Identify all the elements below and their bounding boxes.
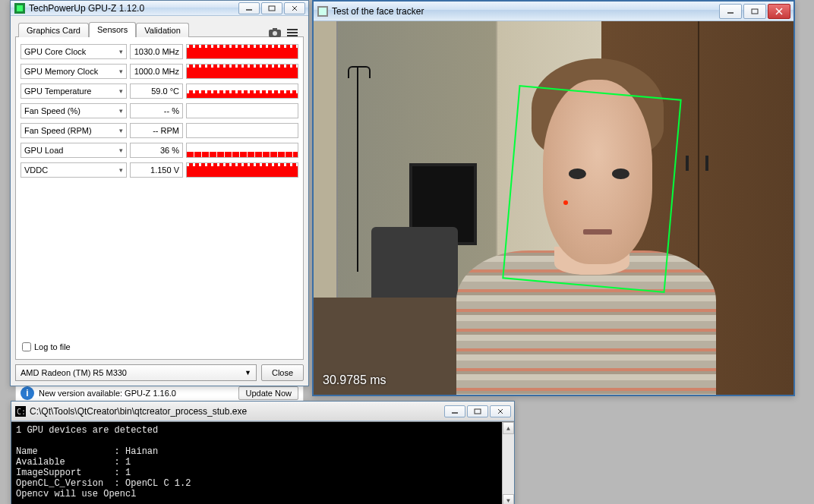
sensor-row: GPU Temperature▾59.0 °C [21,81,298,101]
chevron-down-icon: ▾ [119,68,123,75]
maximize-button[interactable] [261,2,282,14]
sensor-graph [186,123,298,138]
chevron-down-icon: ▾ [119,166,123,174]
sensor-graph [186,162,298,178]
update-now-button[interactable]: Update Now [238,386,298,400]
gpuz-app-icon [14,2,26,14]
scroll-up-icon[interactable]: ▲ [503,422,514,434]
facetracker-app-icon [317,5,329,17]
sensor-label-dropdown[interactable]: GPU Memory Clock▾ [21,64,127,79]
close-button[interactable] [490,405,511,417]
console-title: C:\Qt\Tools\QtCreator\bin\qtcreator_proc… [30,406,444,417]
chevron-down-icon: ▼ [245,369,251,376]
gpuz-titlebar[interactable]: TechPowerUp GPU-Z 1.12.0 [11,1,308,16]
chevron-down-icon: ▾ [119,146,123,154]
sensor-graph [186,64,298,79]
sensor-label-text: Fan Speed (RPM) [24,126,92,135]
sensor-label-dropdown[interactable]: Fan Speed (RPM)▾ [21,123,127,138]
console-window: C: C:\Qt\Tools\QtCreator\bin\qtcreator_p… [11,401,515,504]
gpuz-close-button[interactable]: Close [261,364,304,381]
sensor-label-text: GPU Memory Clock [24,67,98,76]
facetracker-titlebar[interactable]: Test of the face tracker [314,2,793,21]
sensor-value: -- RPM [130,123,183,138]
sensor-graph [186,143,298,158]
sensor-value: 1.150 V [130,162,183,178]
tab-sensors[interactable]: Sensors [89,22,136,37]
sensor-label-text: VDDC [24,165,48,175]
hamburger-menu-icon[interactable] [287,28,298,37]
svg-rect-13 [319,8,327,15]
gpuz-tabs: Graphics Card Sensors Validation [15,20,304,37]
log-to-file-row: Log to file [21,339,298,354]
sensor-label-text: Fan Speed (%) [24,106,80,115]
svg-rect-7 [273,28,277,30]
close-button[interactable] [284,2,305,14]
sensor-row: Fan Speed (%)▾-- % [21,101,298,121]
maximize-button[interactable] [467,405,488,417]
sensor-value: 59.0 °C [130,83,183,99]
facetracker-title: Test of the face tracker [332,6,719,17]
tab-validation[interactable]: Validation [136,23,189,37]
chevron-down-icon: ▾ [119,87,123,95]
console-app-icon: C: [14,405,27,417]
close-button[interactable] [768,4,790,19]
log-to-file-label: Log to file [34,342,71,351]
face-center-dot [563,200,568,205]
sensor-label-text: GPU Core Clock [24,47,86,56]
console-output: 1 GPU devices are detected Name : Hainan… [11,421,514,504]
sensor-label-text: GPU Load [24,146,63,155]
sensor-label-dropdown[interactable]: GPU Load▾ [21,143,127,158]
sensor-label-dropdown[interactable]: GPU Temperature▾ [21,83,127,99]
svg-rect-21 [475,409,481,414]
facetracker-window: Test of the face tracker [312,0,795,396]
update-banner: i New version available: GPU-Z 1.16.0 Up… [15,384,304,402]
gpu-select-value: AMD Radeon (TM) R5 M330 [21,368,127,377]
sensor-row: GPU Memory Clock▾1000.0 MHz [21,61,298,81]
sensor-row: Fan Speed (RPM)▾-- RPM [21,121,298,140]
gpu-select-dropdown[interactable]: AMD Radeon (TM) R5 M330 ▼ [15,364,257,381]
sensor-value: 1000.0 MHz [130,64,183,79]
camera-view: 30.9785 ms [314,21,793,395]
sensor-graph [186,83,298,99]
timing-overlay: 30.9785 ms [323,373,386,387]
scroll-down-icon[interactable]: ▼ [503,494,514,504]
sensor-graph [186,103,298,118]
svg-rect-15 [752,9,758,14]
gpuz-body: Graphics Card Sensors Validation GPU Cor… [11,16,308,386]
svg-rect-1 [17,5,23,11]
scrollbar[interactable]: ▲▼ [502,422,514,504]
sensor-label-text: GPU Temperature [24,87,91,96]
sensor-value: 1030.0 MHz [130,44,183,59]
svg-rect-3 [269,6,275,11]
update-text: New version available: GPU-Z 1.16.0 [39,389,176,398]
console-text: 1 GPU devices are detected Name : Hainan… [16,425,191,499]
sensor-row: GPU Load▾36 % [21,140,298,160]
console-titlebar[interactable]: C: C:\Qt\Tools\QtCreator\bin\qtcreator_p… [11,402,514,421]
face-bounding-box [502,86,681,294]
maximize-button[interactable] [743,4,766,19]
minimize-button[interactable] [719,4,742,19]
sensor-value: 36 % [130,143,183,158]
sensor-row: GPU Core Clock▾1030.0 MHz [21,42,298,61]
gpuz-title: TechPowerUp GPU-Z 1.12.0 [29,3,238,14]
minimize-button[interactable] [444,405,465,417]
chevron-down-icon: ▾ [119,107,123,115]
sensors-panel: GPU Core Clock▾1030.0 MHzGPU Memory Cloc… [15,36,304,360]
sensor-row: VDDC▾1.150 V [21,160,298,180]
minimize-button[interactable] [238,2,260,14]
tab-graphics-card[interactable]: Graphics Card [18,23,89,37]
sensor-value: -- % [130,103,183,118]
sensor-graph [186,44,298,59]
sensor-label-dropdown[interactable]: Fan Speed (%)▾ [21,103,127,118]
screenshot-icon[interactable] [269,28,281,37]
chevron-down-icon: ▾ [119,48,123,55]
sensor-label-dropdown[interactable]: GPU Core Clock▾ [21,44,127,59]
svg-text:C:: C: [17,408,26,416]
svg-point-8 [273,31,277,36]
gpuz-window: TechPowerUp GPU-Z 1.12.0 Graphics Card S… [10,0,309,386]
info-icon: i [21,386,34,400]
log-to-file-checkbox[interactable] [22,342,31,351]
sensor-label-dropdown[interactable]: VDDC▾ [21,162,127,178]
chevron-down-icon: ▾ [119,127,123,134]
